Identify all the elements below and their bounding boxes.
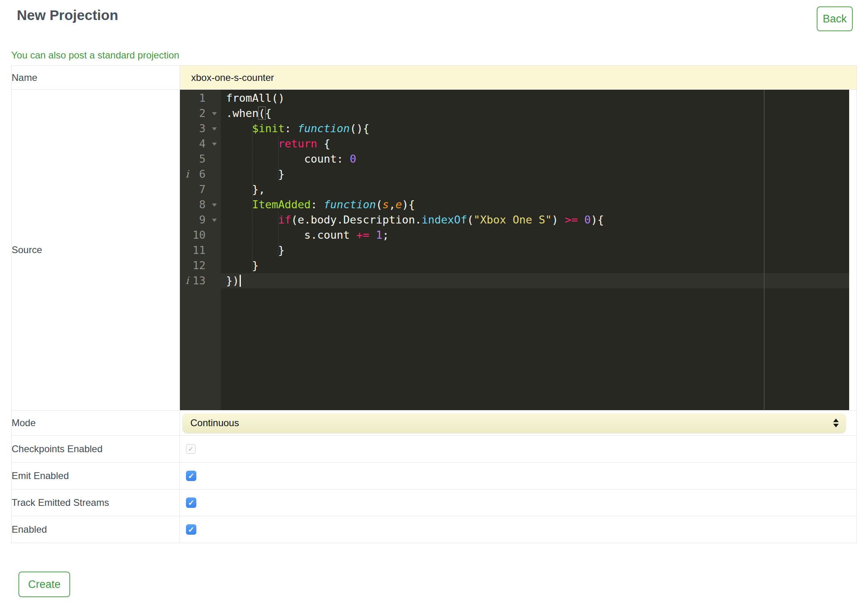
create-button[interactable]: Create [18,572,70,597]
mode-label: Mode [12,411,180,436]
editor-gutter: 12345i6789101112i13 [180,90,221,410]
enabled-checkbox[interactable]: ✓ [186,524,196,535]
projection-form-table: Name xbox-one-s-counter Source 12345i678… [11,65,857,543]
emit-checkbox[interactable]: ✓ [186,471,196,481]
source-label: Source [12,90,180,411]
enabled-field-cell: ✓ [180,516,857,543]
fold-arrow-icon[interactable] [212,219,217,222]
gutter-line: 8 [180,197,221,212]
checkpoints-row: Checkpoints Enabled ✓ [12,436,857,463]
code-line: } [221,258,849,273]
emit-label: Emit Enabled [12,463,180,489]
select-updown-icon [833,419,839,427]
code-editor[interactable]: 12345i6789101112i13 fromAll().when({ $in… [180,90,849,410]
code-line: } [221,167,849,182]
page-title: New Projection [17,7,118,23]
text-cursor [240,275,241,287]
gutter-line: 12 [180,258,221,273]
code-line: if(e.body.Description.indexOf("Xbox One … [221,212,849,228]
enabled-row: Enabled ✓ [12,516,857,543]
info-annotation-icon[interactable]: i [186,273,189,288]
source-row: Source 12345i6789101112i13 fromAll().whe… [12,90,857,411]
info-annotation-icon[interactable]: i [186,167,189,182]
gutter-line: 11 [180,243,221,258]
code-line: }, [221,182,849,197]
checkpoints-label: Checkpoints Enabled [12,436,180,463]
new-projection-page: New Projection Back You can also post a … [0,0,868,606]
gutter-line: i13 [180,273,221,288]
checkpoints-field-cell: ✓ [180,436,857,463]
fold-arrow-icon[interactable] [212,143,217,146]
gutter-line: 9 [180,212,221,228]
code-line: return { [221,136,849,151]
gutter-line: 2 [180,106,221,121]
code-line: fromAll() [221,91,849,106]
code-line: $init: function(){ [221,121,849,136]
back-button[interactable]: Back [817,6,853,31]
checkpoints-checkbox: ✓ [186,444,196,454]
enabled-label: Enabled [12,516,180,543]
name-label: Name [12,66,180,90]
gutter-line: 7 [180,182,221,197]
track-field-cell: ✓ [180,489,857,516]
gutter-line: 10 [180,228,221,243]
print-margin-line [764,90,765,410]
gutter-line: 5 [180,151,221,167]
fold-arrow-icon[interactable] [212,112,217,115]
name-row: Name xbox-one-s-counter [12,66,857,90]
name-input[interactable]: xbox-one-s-counter [180,72,856,83]
code-line: } [221,243,849,258]
code-line: .when({ [221,106,849,121]
emit-row: Emit Enabled ✓ [12,463,857,489]
emit-field-cell: ✓ [180,463,857,489]
mode-select[interactable]: Continuous [182,413,846,433]
name-field-cell: xbox-one-s-counter [180,66,857,90]
code-line: s.count += 1; [221,228,849,243]
track-label: Track Emitted Streams [12,489,180,516]
code-area[interactable]: fromAll().when({ $init: function(){ retu… [221,90,849,410]
mode-row: Mode Continuous [12,411,857,436]
track-checkbox[interactable]: ✓ [186,497,196,508]
gutter-line: 4 [180,136,221,151]
code-line: count: 0 [221,151,849,167]
mode-field-cell: Continuous [180,411,857,436]
mode-selected-value: Continuous [190,417,239,429]
fold-arrow-icon[interactable] [212,127,217,131]
code-line: }) [221,273,849,288]
track-row: Track Emitted Streams ✓ [12,489,857,516]
source-editor-cell: 12345i6789101112i13 fromAll().when({ $in… [180,90,857,411]
standard-projection-link[interactable]: You can also post a standard projection [11,50,179,61]
gutter-line: 3 [180,121,221,136]
fold-arrow-icon[interactable] [212,203,217,207]
code-line: ItemAdded: function(s,e){ [221,197,849,212]
gutter-line: 1 [180,91,221,106]
gutter-line: i6 [180,167,221,182]
